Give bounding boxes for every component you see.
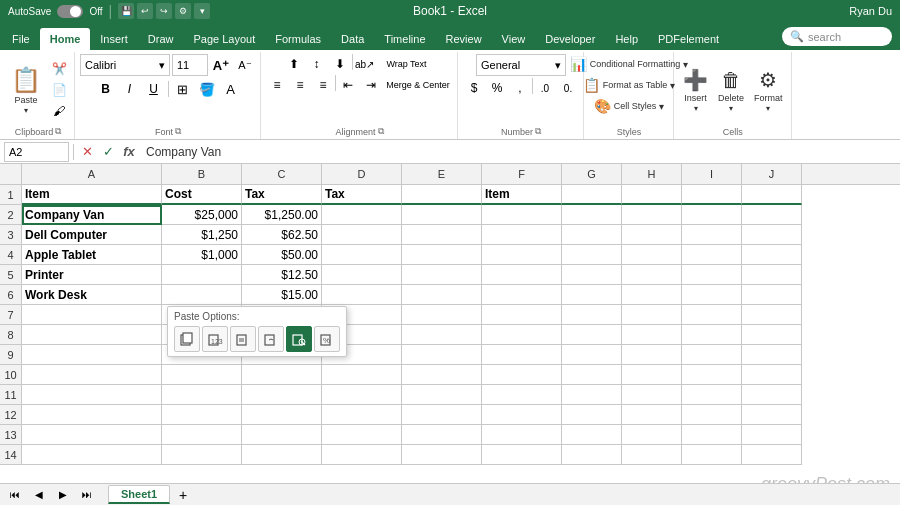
wrap-text-button[interactable]: Wrap Text xyxy=(377,54,437,74)
cell-I12[interactable] xyxy=(682,405,742,425)
cell-G9[interactable] xyxy=(562,345,622,365)
cell-b5[interactable] xyxy=(162,265,242,285)
cell-D12[interactable] xyxy=(322,405,402,425)
col-header-a[interactable]: A xyxy=(22,164,162,184)
cell-a3[interactable]: Dell Computer xyxy=(22,225,162,245)
cell-d5[interactable] xyxy=(322,265,402,285)
cell-E14[interactable] xyxy=(402,445,482,465)
formula-fx-icon[interactable]: fx xyxy=(120,144,138,159)
cell-h2[interactable] xyxy=(622,205,682,225)
cell-G8[interactable] xyxy=(562,325,622,345)
font-size-increase-button[interactable]: A⁺ xyxy=(210,55,232,75)
font-size-decrease-button[interactable]: A⁻ xyxy=(234,55,256,75)
name-box[interactable]: A2 xyxy=(4,142,69,162)
cell-C14[interactable] xyxy=(242,445,322,465)
align-bottom-button[interactable]: ⬇ xyxy=(329,54,351,74)
cell-i6[interactable] xyxy=(682,285,742,305)
tab-page-layout[interactable]: Page Layout xyxy=(183,28,265,50)
cell-c1[interactable]: Tax xyxy=(242,185,322,205)
italic-button[interactable]: I xyxy=(119,79,141,99)
cell-a5[interactable]: Printer xyxy=(22,265,162,285)
cell-B13[interactable] xyxy=(162,425,242,445)
cell-J8[interactable] xyxy=(742,325,802,345)
cell-A7[interactable] xyxy=(22,305,162,325)
cell-D13[interactable] xyxy=(322,425,402,445)
col-header-j[interactable]: J xyxy=(742,164,802,184)
cell-D14[interactable] xyxy=(322,445,402,465)
cell-j6[interactable] xyxy=(742,285,802,305)
delete-cells-button[interactable]: 🗑 Delete ▾ xyxy=(714,67,748,115)
cell-F12[interactable] xyxy=(482,405,562,425)
format-painter-button[interactable]: 🖌 xyxy=(48,101,70,121)
cell-e4[interactable] xyxy=(402,245,482,265)
paste-icon-3[interactable] xyxy=(230,326,256,352)
cell-styles-button[interactable]: 🎨 Cell Styles ▾ xyxy=(589,96,669,116)
formula-input[interactable]: Company Van xyxy=(142,145,896,159)
cell-G7[interactable] xyxy=(562,305,622,325)
cell-g1[interactable] xyxy=(562,185,622,205)
cell-A9[interactable] xyxy=(22,345,162,365)
autosave-toggle[interactable] xyxy=(57,5,83,18)
cell-i5[interactable] xyxy=(682,265,742,285)
cell-b3[interactable]: $1,250 xyxy=(162,225,242,245)
format-cells-button[interactable]: ⚙ Format ▾ xyxy=(750,66,787,115)
cell-H8[interactable] xyxy=(622,325,682,345)
percent-button[interactable]: % xyxy=(486,78,508,98)
text-orientation-button[interactable]: ab↗ xyxy=(354,54,376,74)
align-expand-icon[interactable]: ⧉ xyxy=(378,126,384,137)
cell-d1[interactable]: Tax xyxy=(322,185,402,205)
cell-I7[interactable] xyxy=(682,305,742,325)
currency-button[interactable]: $ xyxy=(463,78,485,98)
align-left-button[interactable]: ≡ xyxy=(266,75,288,95)
tab-review[interactable]: Review xyxy=(436,28,492,50)
cell-a6[interactable]: Work Desk xyxy=(22,285,162,305)
cell-F11[interactable] xyxy=(482,385,562,405)
col-header-h[interactable]: H xyxy=(622,164,682,184)
cell-J11[interactable] xyxy=(742,385,802,405)
cut-button[interactable]: ✂️ xyxy=(48,59,70,79)
cell-i2[interactable] xyxy=(682,205,742,225)
tab-insert[interactable]: Insert xyxy=(90,28,138,50)
align-right-button[interactable]: ≡ xyxy=(312,75,334,95)
cell-E12[interactable] xyxy=(402,405,482,425)
font-color-button[interactable]: A xyxy=(220,79,242,99)
clipboard-expand-icon[interactable]: ⧉ xyxy=(55,126,61,137)
comma-button[interactable]: , xyxy=(509,78,531,98)
sheet-tab-1[interactable]: Sheet1 xyxy=(108,485,170,504)
col-header-c[interactable]: C xyxy=(242,164,322,184)
bold-button[interactable]: B xyxy=(95,79,117,99)
cell-f5[interactable] xyxy=(482,265,562,285)
cell-e1[interactable] xyxy=(402,185,482,205)
cell-H9[interactable] xyxy=(622,345,682,365)
cell-G11[interactable] xyxy=(562,385,622,405)
cell-E11[interactable] xyxy=(402,385,482,405)
cell-b2[interactable]: $25,000 xyxy=(162,205,242,225)
cell-J12[interactable] xyxy=(742,405,802,425)
paste-icon-5[interactable] xyxy=(286,326,312,352)
cell-g6[interactable] xyxy=(562,285,622,305)
cell-E10[interactable] xyxy=(402,365,482,385)
cell-j4[interactable] xyxy=(742,245,802,265)
align-center-button[interactable]: ≡ xyxy=(289,75,311,95)
cell-E9[interactable] xyxy=(402,345,482,365)
cell-C13[interactable] xyxy=(242,425,322,445)
number-expand-icon[interactable]: ⧉ xyxy=(535,126,541,137)
cell-B11[interactable] xyxy=(162,385,242,405)
tab-developer[interactable]: Developer xyxy=(535,28,605,50)
cell-d3[interactable] xyxy=(322,225,402,245)
cell-J10[interactable] xyxy=(742,365,802,385)
tab-draw[interactable]: Draw xyxy=(138,28,184,50)
cell-h5[interactable] xyxy=(622,265,682,285)
col-header-d[interactable]: D xyxy=(322,164,402,184)
cell-e2[interactable] xyxy=(402,205,482,225)
indent-decrease-button[interactable]: ⇤ xyxy=(337,75,359,95)
search-box[interactable]: 🔍 search xyxy=(782,27,892,46)
cell-g5[interactable] xyxy=(562,265,622,285)
cell-h4[interactable] xyxy=(622,245,682,265)
cell-j3[interactable] xyxy=(742,225,802,245)
cell-G12[interactable] xyxy=(562,405,622,425)
align-middle-button[interactable]: ↕ xyxy=(306,54,328,74)
col-header-f[interactable]: F xyxy=(482,164,562,184)
cell-H10[interactable] xyxy=(622,365,682,385)
more-icon[interactable]: ⚙ xyxy=(175,3,191,19)
